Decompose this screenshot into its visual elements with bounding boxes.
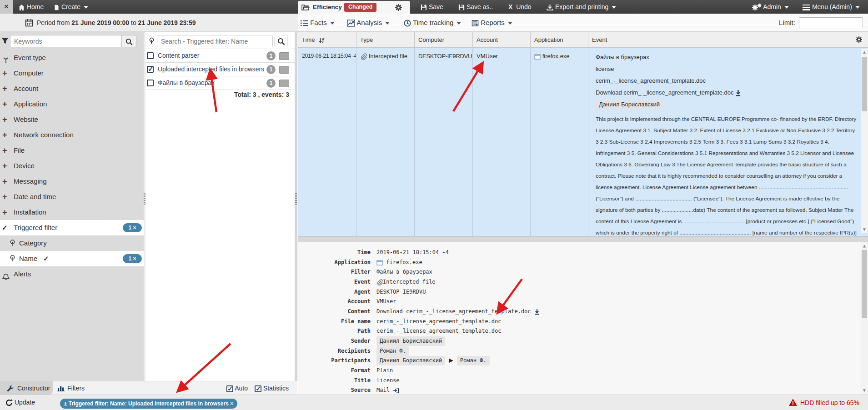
statistics-checkbox[interactable]: Statistics: [255, 385, 289, 392]
lightbulb-icon: [9, 255, 16, 262]
check-icon: ✓: [43, 251, 49, 266]
export-menu[interactable]: Export and printing: [547, 0, 616, 14]
create-menu[interactable]: Create: [54, 0, 88, 14]
participant-badge[interactable]: Даниил Бориславский: [376, 356, 445, 365]
save-as-button[interactable]: Save as..: [458, 0, 493, 14]
sidebar-item-category[interactable]: Category: [0, 235, 144, 251]
chevron-down-icon: [84, 6, 88, 9]
scroll-up-arrow[interactable]: ▲: [862, 244, 867, 248]
details-scrollbar-thumb[interactable]: [862, 250, 867, 318]
sidebar-item-application[interactable]: +Application: [0, 96, 144, 112]
main-toolbar: Facts Analysis Time tracking Reports Lim…: [298, 14, 868, 32]
list-icon[interactable]: [279, 80, 289, 87]
list-icon[interactable]: [279, 52, 289, 60]
sidebar-item-network-connection[interactable]: +Network connection: [0, 127, 144, 143]
resize-grip[interactable]: [295, 193, 297, 205]
table-header: Time Type Computer Account Application E…: [298, 32, 868, 48]
scroll-down-arrow[interactable]: ▼: [862, 388, 867, 393]
filter-search-button[interactable]: [274, 35, 288, 47]
update-button[interactable]: Update: [5, 395, 35, 410]
count-badge: 1: [266, 51, 276, 60]
gear-icon[interactable]: [395, 4, 402, 11]
checkbox-checked[interactable]: [147, 66, 154, 73]
plus-icon: +: [2, 127, 7, 143]
column-header-type[interactable]: Type: [356, 32, 414, 48]
undo-button[interactable]: X Undo: [508, 0, 532, 14]
checkbox[interactable]: [147, 52, 154, 59]
column-header-time[interactable]: Time: [298, 32, 356, 48]
admin-menu[interactable]: Admin: [752, 0, 789, 14]
scroll-up-arrow[interactable]: ▲: [862, 50, 867, 55]
sender-badge[interactable]: Даниил Бориславский: [596, 100, 663, 109]
panel-divider[interactable]: [295, 32, 297, 381]
column-header-computer[interactable]: Computer: [414, 32, 472, 48]
triggered-filter-pill[interactable]: ± Triggered filter: Name: Uploaded inter…: [60, 399, 237, 409]
column-header-account[interactable]: Account: [472, 32, 530, 48]
create-icon: [54, 4, 60, 11]
lightbulb-icon: [9, 239, 16, 246]
status-bar: Update ± Triggered filter: Name: Uploade…: [0, 395, 868, 410]
table-settings-gears-icon[interactable]: [855, 36, 863, 43]
tab-efficiency[interactable]: Efficiency Changed: [298, 1, 410, 14]
limit-input[interactable]: [799, 17, 863, 28]
content-download-link[interactable]: Download cerim_-_license_agreement_templ…: [376, 308, 531, 315]
sidebar-item-event-type[interactable]: Event type: [0, 50, 144, 65]
sidebar-item-messaging[interactable]: +Messaging: [0, 174, 144, 189]
filter-row-browsers: Файлы в браузерах 1: [146, 76, 295, 90]
table-details-divider[interactable]: [298, 236, 868, 242]
sidebar-item-account[interactable]: +Account: [0, 81, 144, 96]
keywords-input[interactable]: [10, 35, 122, 47]
sidebar-item-device[interactable]: +Device: [0, 158, 144, 174]
sidebar-item-website[interactable]: +Website: [0, 112, 144, 127]
calendar-icon: [25, 19, 33, 27]
filter-label[interactable]: Content parser: [158, 49, 199, 63]
sender-badge[interactable]: Даниил Бориславский: [376, 336, 445, 346]
period-from: 21 June 2019 00:00: [71, 19, 129, 26]
checkbox[interactable]: [147, 80, 154, 86]
plus-icon: +: [2, 112, 7, 127]
pill-close-icon[interactable]: ×: [230, 400, 233, 407]
count-badge[interactable]: 1 ×: [123, 254, 142, 263]
download-icon: [534, 309, 540, 315]
home-menu[interactable]: Home: [18, 0, 44, 14]
tab-title: Efficiency: [313, 1, 342, 14]
close-button[interactable]: ×: [0, 0, 13, 14]
tab-constructor[interactable]: Constructor: [0, 381, 53, 395]
column-header-application[interactable]: Application: [530, 32, 588, 48]
sidebar-item-alerts[interactable]: Alerts: [0, 266, 144, 282]
period-to: 21 June 2019 23:59: [138, 19, 196, 26]
cell-type: Intercepted file: [356, 48, 414, 60]
column-header-event[interactable]: Event: [588, 32, 843, 48]
facts-menu[interactable]: Facts: [300, 14, 335, 32]
sidebar-item-file[interactable]: +File: [0, 143, 144, 158]
filter-search-input[interactable]: [157, 35, 273, 47]
analysis-menu[interactable]: Analysis: [347, 14, 390, 32]
app-window-icon: [376, 260, 383, 265]
time-tracking-menu[interactable]: Time tracking: [404, 14, 461, 32]
keywords-search-button[interactable]: [121, 35, 136, 47]
scroll-down-arrow[interactable]: ▼: [862, 227, 867, 232]
recipient-badge[interactable]: Роман Ф.: [376, 346, 409, 356]
event-row-selected[interactable]: 2019-06-21 18:15:04 -4 Intercepted file …: [298, 48, 868, 236]
period-label[interactable]: Period from 21 June 2019 00:00 to 21 Jun…: [37, 14, 196, 32]
save-button[interactable]: Save: [421, 0, 443, 14]
reports-menu[interactable]: Reports: [472, 14, 512, 32]
warning-icon: [789, 399, 797, 406]
event-download-link[interactable]: Download cerim_-_license_agreement_templ…: [596, 87, 859, 99]
filter-label[interactable]: Uploaded intercepted files in browsers: [158, 63, 264, 76]
sidebar-item-installation[interactable]: +Installation: [0, 205, 144, 220]
list-icon[interactable]: [279, 66, 289, 74]
auto-checkbox[interactable]: Auto: [226, 385, 248, 392]
participant-badge[interactable]: Роман Ф.: [457, 356, 490, 365]
sidebar-item-name[interactable]: Name✓1 ×: [0, 251, 144, 266]
sidebar-item-date-and-time[interactable]: +Date and time: [0, 189, 144, 205]
main-menu[interactable]: Menu (Admin): [803, 0, 860, 14]
table-scrollbar-thumb[interactable]: [862, 57, 867, 111]
sidebar-item-triggered-filter[interactable]: ✓Triggered filter1 ×: [0, 220, 144, 235]
sidebar-item-computer[interactable]: +Computer: [0, 65, 144, 81]
reports-icon: [472, 20, 479, 27]
count-badge[interactable]: 1 ×: [123, 223, 142, 232]
event-filter-name: Файлы в браузерах: [596, 51, 859, 63]
export-icon: [547, 4, 553, 11]
filter-label[interactable]: Файлы в браузерах: [158, 76, 215, 90]
